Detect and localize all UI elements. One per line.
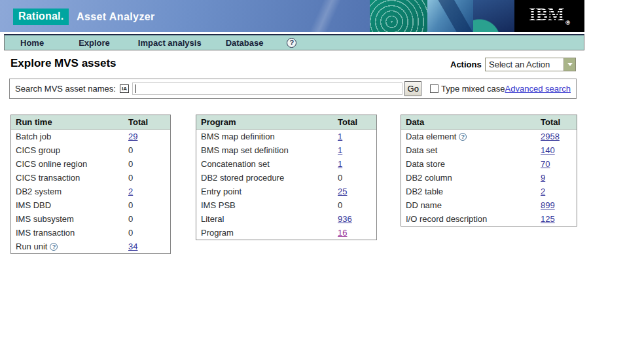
row-label-text: Concatenation set (201, 159, 270, 169)
program-table: Program Total BMS map definition1BMS map… (196, 115, 377, 240)
nav-item-database[interactable]: Database (226, 38, 264, 48)
total-link[interactable]: 16 (338, 228, 347, 238)
total-link[interactable]: 2958 (541, 132, 560, 141)
row-label-text: CICS group (16, 145, 60, 155)
row-label: DB2 table (401, 187, 443, 196)
total-link[interactable]: 2 (541, 187, 545, 196)
actions-select[interactable]: Select an Action (485, 58, 576, 71)
total-link[interactable]: 936 (338, 214, 352, 224)
total-link[interactable]: 899 (541, 200, 555, 210)
total-link[interactable]: 9 (541, 173, 545, 183)
row-label-text: Run unit (16, 242, 47, 251)
table-row: BMS map definition1 (196, 130, 376, 143)
row-label-text: CICS transaction (16, 173, 80, 183)
row-total: 899 (541, 200, 555, 210)
row-label-text: CICS online region (16, 159, 87, 169)
table-row: Program16 (196, 226, 376, 240)
row-label: DB2 column (401, 173, 452, 183)
table-row: CICS group0 (11, 143, 170, 157)
banner-artwork-teal-swirl (370, 0, 427, 32)
table-row: Data store70 (401, 157, 577, 171)
total-link[interactable]: 25 (338, 187, 347, 196)
go-button[interactable]: Go (404, 81, 421, 96)
row-label-text: Literal (201, 214, 224, 224)
total-link[interactable]: 34 (128, 242, 137, 251)
mixed-case-checkbox[interactable] (430, 84, 438, 93)
actions-select-value: Select an Action (486, 60, 564, 69)
actions-select-button[interactable] (564, 58, 575, 71)
main-navigation: HomeExploreImpact analysisDatabase ? (4, 34, 584, 50)
row-label: Entry point (196, 187, 241, 196)
total-link[interactable]: 140 (541, 145, 555, 155)
row-label: BMS map definition (196, 132, 275, 141)
table-row: Concatenation set1 (196, 157, 376, 171)
search-label: Search MVS asset names: (15, 84, 116, 94)
row-total: 16 (338, 228, 347, 238)
help-icon[interactable]: ? (50, 243, 58, 251)
row-label: Data element? (401, 132, 467, 141)
table-row: IMS subsystem0 (11, 212, 170, 226)
row-label: CICS online region (11, 159, 87, 169)
nav-items: HomeExploreImpact analysisDatabase (5, 38, 263, 48)
advanced-search-link[interactable]: Advanced search (505, 84, 571, 94)
row-total: 9 (541, 173, 545, 183)
row-total: 0 (128, 159, 133, 169)
row-total: 29 (128, 132, 137, 141)
total-link[interactable]: 70 (541, 159, 550, 169)
table-row: CICS online region0 (11, 157, 170, 171)
banner-artwork-blue-shapes (427, 0, 473, 32)
table-row: DB2 table2 (401, 185, 577, 198)
row-total: 70 (541, 159, 550, 169)
row-label-text: Data store (406, 159, 445, 169)
row-label: Concatenation set (196, 159, 270, 169)
product-title: Asset Analyzer (77, 11, 155, 23)
row-label: Data set (401, 145, 437, 155)
row-label: I/O record description (401, 214, 487, 224)
nav-item-explore[interactable]: Explore (79, 38, 110, 48)
total-column-header: Total (128, 117, 148, 127)
nav-help-icon[interactable]: ? (287, 38, 296, 48)
total-link[interactable]: 1 (338, 159, 342, 169)
row-total: 1 (338, 159, 342, 169)
row-label: CICS group (11, 145, 60, 155)
total-link[interactable]: 125 (541, 214, 555, 224)
row-total: 140 (541, 145, 555, 155)
table-row: IMS transaction0 (11, 226, 170, 240)
total-link[interactable]: 29 (128, 132, 137, 141)
search-panel: Search MVS asset names: IA Go Type mixed… (9, 79, 577, 99)
total-value: 0 (128, 228, 133, 238)
row-label-text: DB2 stored procedure (201, 173, 284, 183)
mixed-case-label: Type mixed case (441, 84, 505, 94)
total-value: 0 (128, 214, 133, 224)
nav-item-home[interactable]: Home (20, 38, 44, 48)
row-label: Batch job (11, 132, 51, 141)
chevron-down-icon (567, 63, 573, 66)
row-total: 0 (128, 145, 133, 155)
total-link[interactable]: 1 (338, 132, 342, 141)
total-link[interactable]: 1 (338, 145, 342, 155)
total-value: 0 (338, 200, 342, 210)
table-header: Data Total (401, 115, 577, 130)
row-total: 0 (128, 200, 133, 210)
row-total: 125 (541, 214, 555, 224)
row-label: Data store (401, 159, 445, 169)
row-total: 0 (338, 173, 342, 183)
row-label-text: IMS subsystem (16, 214, 74, 224)
total-value: 0 (338, 173, 342, 183)
row-label-text: IMS transaction (16, 228, 75, 238)
table-row: BMS map set definition1 (196, 143, 376, 157)
table-row: Literal936 (196, 212, 376, 226)
page-title: Explore MVS assets (10, 57, 116, 70)
row-label: IMS transaction (11, 228, 75, 238)
table-row: IMS DBD0 (11, 198, 170, 212)
row-total: 2958 (541, 132, 560, 141)
row-label-text: Batch job (16, 132, 51, 141)
row-label: Literal (196, 214, 224, 224)
help-icon[interactable]: ? (459, 133, 467, 141)
table-row: Run unit?34 (11, 240, 170, 253)
search-input[interactable] (133, 84, 402, 95)
nav-item-impact-analysis[interactable]: Impact analysis (138, 38, 202, 48)
total-link[interactable]: 2 (128, 187, 133, 196)
row-total: 0 (128, 173, 133, 183)
table-row: Batch job29 (11, 130, 170, 143)
